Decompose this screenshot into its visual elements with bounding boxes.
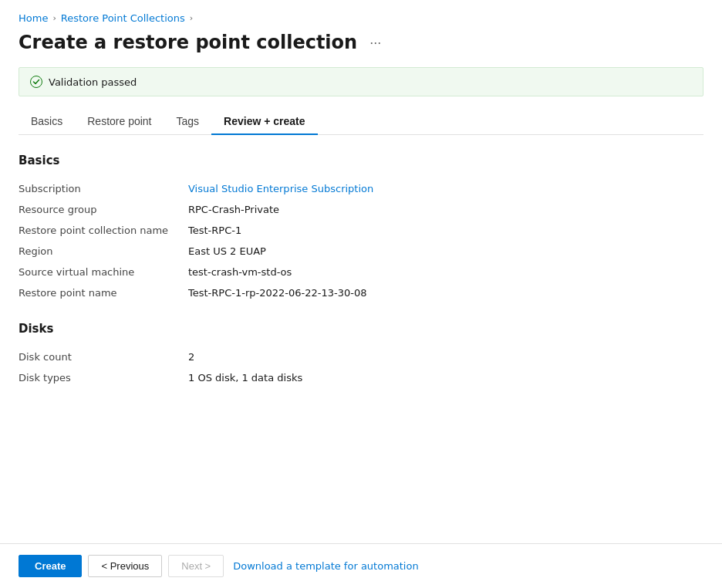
source-vm-label: Source virtual machine <box>19 262 188 282</box>
previous-button[interactable]: < Previous <box>88 555 162 577</box>
breadcrumb-separator-1: › <box>52 13 56 23</box>
svg-point-0 <box>31 76 42 88</box>
footer: Create < Previous Next > Download a temp… <box>0 543 722 588</box>
disk-count-label: Disk count <box>19 346 188 367</box>
collection-name-value: Test-RPC-1 <box>188 220 703 241</box>
download-template-link[interactable]: Download a template for automation <box>233 560 418 572</box>
region-label: Region <box>19 241 188 262</box>
disks-section: Disks Disk count 2 Disk types 1 OS disk,… <box>19 322 703 388</box>
resource-group-value: RPC-Crash-Private <box>188 199 703 220</box>
resource-group-label: Resource group <box>19 199 188 220</box>
restore-point-name-label: Restore point name <box>19 282 188 303</box>
tab-review-create[interactable]: Review + create <box>211 109 317 135</box>
tabs: Basics Restore point Tags Review + creat… <box>19 109 703 135</box>
subscription-label: Subscription <box>19 178 188 199</box>
validation-text: Validation passed <box>49 76 137 88</box>
restore-point-name-value: Test-RPC-1-rp-2022-06-22-13-30-08 <box>188 282 703 303</box>
page-title: Create a restore point collection <box>19 32 357 53</box>
disk-types-label: Disk types <box>19 367 188 388</box>
create-button[interactable]: Create <box>19 555 82 577</box>
subscription-value: Visual Studio Enterprise Subscription <box>188 178 703 199</box>
disks-table: Disk count 2 Disk types 1 OS disk, 1 dat… <box>19 346 703 388</box>
more-options-button[interactable]: ··· <box>365 33 386 52</box>
validation-check-icon <box>30 76 42 88</box>
validation-banner: Validation passed <box>19 67 703 96</box>
source-vm-value: test-crash-vm-std-os <box>188 262 703 282</box>
disk-count-value: 2 <box>188 346 703 367</box>
tab-restore-point[interactable]: Restore point <box>75 109 164 135</box>
basics-section-title: Basics <box>19 154 703 167</box>
basics-section: Basics Subscription Visual Studio Enterp… <box>19 154 703 303</box>
collection-name-label: Restore point collection name <box>19 220 188 241</box>
disks-section-title: Disks <box>19 322 703 336</box>
tab-tags[interactable]: Tags <box>164 109 212 135</box>
breadcrumb-restore-point-collections[interactable]: Restore Point Collections <box>61 12 185 24</box>
breadcrumb-home[interactable]: Home <box>19 12 48 24</box>
breadcrumb-separator-2: › <box>190 13 193 23</box>
basics-table: Subscription Visual Studio Enterprise Su… <box>19 178 703 303</box>
next-button[interactable]: Next > <box>168 555 224 577</box>
disk-types-value: 1 OS disk, 1 data disks <box>188 367 703 388</box>
breadcrumb: Home › Restore Point Collections › <box>19 12 703 24</box>
region-value: East US 2 EUAP <box>188 241 703 262</box>
tab-basics[interactable]: Basics <box>19 109 75 135</box>
